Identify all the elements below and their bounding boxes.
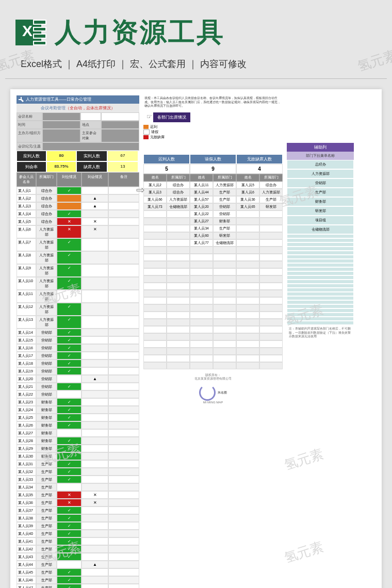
summary-row [143,319,283,326]
table-row: 某人员22营销部 [17,390,139,398]
table-row: 某人员39生产部✓ [17,522,139,530]
excel-icon [15,17,47,48]
document-page: 氢元素 氢元素 氢元素 氢元素 氢元素 氢元素 氢元素 人力资源管理工具——日常… [10,89,382,588]
table-row: 某人员36生产部✕✕ [17,499,139,507]
aux-item [287,238,354,242]
page-title: 人力资源工具 [55,14,225,51]
table-row: 某人员34生产部 [17,483,139,491]
attendance-table-head: 参会人员名单所属部门到位情况到会情况备注 [17,172,139,187]
aux-item [287,271,354,275]
aux-item [287,275,354,280]
summary-row: 某人员2综合办某人员11人力资源部某人员5综合办 [143,182,283,189]
table-row: 某人员7人力资源部✓ [17,238,139,251]
aux-item [287,247,354,251]
legend-late: 迟到 [150,124,157,129]
table-row: 某人员41生产部✓ [17,537,139,545]
footer-credit: 版权所有： 北京某某资源管理有限公司 米名图 MI MING MAP [143,373,283,405]
table-row: 某人员13人力资源部✓ [17,316,139,329]
table-row: 某人员17营销部✓ [17,352,139,360]
table-row: 某人员26财务部✓ [17,421,139,429]
aux-item: 仓储物流部 [287,225,354,234]
table-row: 某人员8人力资源部✓ [17,251,139,264]
table-row: 某人员18营销部✓ [17,360,139,367]
aux-item [287,292,354,296]
table-row: 某人员32生产部✓ [17,468,139,476]
summary-row [143,304,283,312]
table-row: 某人员3综合办▲ [17,202,139,210]
aux-item [287,263,354,267]
summary-row [143,268,283,275]
summary-row: 某人员3综合办某人员44生产部某人员6人力资源部 [143,189,283,196]
legend-leave: 请假 [151,129,158,135]
aux-item [287,234,354,238]
table-row: 某人员20营销部▲ [17,375,139,383]
summary-row [143,254,283,261]
banner-text: 人力资源管理工具——日常办公管理 [26,97,91,102]
table-row: 某人员11人力资源部 [17,290,139,303]
aux-column: 辅助列 部门下拉菜单名称 总经办人力资源部营销部生产部财务部研发部项目组仓储物流… [287,95,354,588]
summary-row [143,326,283,333]
table-row: 某人员16营销部✓ [17,344,139,352]
table-row: 某人员27财务部 [17,429,139,437]
table-row: 某人员40生产部✓ [17,530,139,537]
summary-row [143,362,283,369]
stats-row-2: 到会率83.75% 缺席人数13 [17,161,139,172]
legend-absent: 无故缺席 [150,135,165,140]
summary-row: 某人员22营销部 [143,210,283,218]
page-subtitle: Excel格式 ｜ A4纸打印 ｜ 宏、公式套用 ｜ 内容可修改 [5,58,387,79]
table-row: 某人员2综合办▲ [17,194,139,202]
summary-row [143,247,283,254]
aux-item [287,280,354,284]
left-column: 人力资源管理工具——日常办公管理 会议考勤管理（全自动，总体出席情况） 会议名称… [17,95,139,588]
table-row: 某人员37生产部✓ [17,507,139,514]
table-row: 某人员46生产部✓ [17,576,139,584]
summary-row: 某人员60研发部 [143,232,283,239]
dept-attendance-button[interactable]: 各部门出席情况 [153,112,190,122]
table-row: 某人员19营销部✓ [17,367,139,375]
usage-note: 填报：本工具由各会议组织人员依据会议名称、会议出席情况等，如实认真填报，模板填好… [143,95,283,109]
summary-row [143,275,283,283]
summary-row [143,348,283,355]
table-row: 某人员44生产部▲ [17,561,139,568]
summary-row [143,312,283,319]
aux-note: 注：本辅助列只需填写各部门名称后，不可删除，一旦删除前列数据验证（下拉）将失效警… [287,325,354,341]
table-row: 某人员1综合办✓ [17,187,139,194]
summary-row [143,340,283,348]
table-row: 某人员28财务部✓ [17,437,139,445]
aux-item: 生产部 [287,188,354,197]
aux-item: 总经办 [287,160,354,169]
table-row: 某人员4综合办✓ [17,210,139,218]
summary-row [143,297,283,304]
sub-banner: 会议考勤管理（全自动，总体出席情况） [17,104,139,112]
page-header: 人力资源工具 [0,0,392,58]
table-row: 某人员5综合办✕✕ [17,218,139,225]
table-row: 某人员9人力资源部✓ [17,264,139,277]
tool-banner: 人力资源管理工具——日常办公管理 [17,95,139,104]
table-row: 某人员21营销部✓ [17,383,139,390]
table-row: 某人员38生产部✓ [17,514,139,522]
aux-item [287,317,354,321]
aux-title: 辅助列 [287,143,354,152]
summary-row: 某人员66人力资源部某人员57生产部某人员36生产部 [143,196,283,203]
aux-item [287,296,354,300]
summary-row: 某人员34生产部 [143,225,283,232]
aux-item [287,251,354,255]
aux-item [287,313,354,317]
table-row: 某人员23财务部✓ [17,398,139,406]
aux-item: 项目组 [287,216,354,225]
summary-row [143,290,283,297]
table-row: 某人员29财务部✓ [17,445,139,452]
table-row: 某人员35生产部✕✕ [17,491,139,499]
table-row: 某人员6人力资源部✕✕ [17,225,139,238]
logo-icon [199,384,216,401]
aux-item [287,300,354,304]
table-row: 某人员30财务部✓ [17,452,139,460]
table-row: 某人员43生产部✓ [17,553,139,561]
table-row: 某人员45生产部✓ [17,568,139,576]
aux-item [287,308,354,313]
summary-block: 迟到人数请假人数无故缺席人数 594 姓名所属部门姓名所属部门姓名所属部门 ⇨ … [143,154,283,369]
table-row: 某人员42生产部✓ [17,545,139,553]
arrow-icon: ⇨ [136,184,145,196]
table-row: 某人员33生产部✓ [17,476,139,483]
aux-item [287,284,354,288]
